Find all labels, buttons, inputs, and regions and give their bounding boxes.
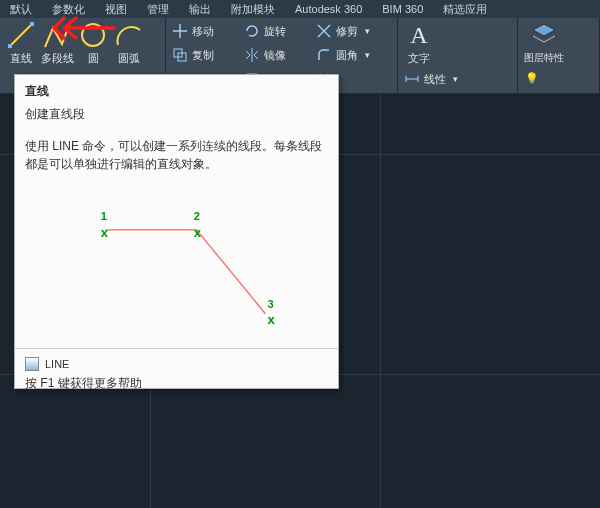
mirror-button[interactable]: 镜像 [242,44,312,66]
linear-dim-icon [404,71,420,87]
rotate-icon [244,23,260,39]
mirror-icon [244,47,260,63]
tooltip-description: 使用 LINE 命令，可以创建一系列连续的线段。每条线段都是可以单独进行编辑的直… [15,123,338,173]
layer-props-button[interactable]: 图层特性 [522,20,566,65]
trim-button[interactable]: 修剪 [314,20,384,42]
svg-text:x: x [267,312,275,327]
layers-icon [529,20,559,50]
tooltip-title: 直线 [25,83,328,100]
svg-point-3 [82,24,104,46]
copy-button[interactable]: 复制 [170,44,240,66]
tooltip-card: 直线 创建直线段 使用 LINE 命令，可以创建一系列连续的线段。每条线段都是可… [14,74,339,389]
svg-line-0 [10,24,32,46]
tab-view[interactable]: 视图 [95,2,137,17]
tooltip-preview: 1 x 2 x 3 x [25,183,328,348]
command-icon [25,357,39,371]
copy-icon [172,47,188,63]
tooltip-subtitle: 创建直线段 [25,106,328,123]
svg-text:x: x [194,225,202,240]
move-icon [172,23,188,39]
tab-manage[interactable]: 管理 [137,2,179,17]
tab-bim360[interactable]: BIM 360 [372,3,433,15]
polyline-button[interactable]: 多段线 [40,20,74,66]
polyline-icon [42,20,72,50]
fillet-icon [316,47,332,63]
ribbon-tabs: 默认 参数化 视图 管理 输出 附加模块 Autodesk 360 BIM 36… [0,0,600,18]
panel-layers: 图层特性 💡 [518,18,600,93]
linear-dim-button[interactable]: 线性 [402,68,480,90]
tab-featured[interactable]: 精选应用 [433,2,497,17]
tab-parametric[interactable]: 参数化 [42,2,95,17]
line-icon [6,20,36,50]
svg-rect-2 [30,22,34,26]
layer-row1[interactable]: 💡 [522,67,552,89]
rotate-button[interactable]: 旋转 [242,20,312,42]
line-label: 直线 [10,51,32,66]
tooltip-command: LINE [25,357,328,371]
arc-icon [114,20,144,50]
line-button[interactable]: 直线 [4,20,38,66]
svg-text:3: 3 [267,298,273,310]
svg-text:x: x [101,225,109,240]
tab-addins[interactable]: 附加模块 [221,2,285,17]
circle-label: 圆 [88,51,99,66]
bulb-icon: 💡 [524,70,540,86]
svg-rect-1 [8,44,12,48]
circle-button[interactable]: 圆 [76,20,110,66]
tooltip-help-hint: 按 F1 键获得更多帮助 [25,375,328,392]
trim-icon [316,23,332,39]
polyline-label: 多段线 [41,51,74,66]
move-button[interactable]: 移动 [170,20,240,42]
svg-text:1: 1 [101,210,107,222]
fillet-button[interactable]: 圆角 [314,44,384,66]
text-icon: A [404,20,434,50]
tab-output[interactable]: 输出 [179,2,221,17]
panel-annotation: A 文字 线性 引线 表格 注释▾ [398,18,518,93]
circle-icon [78,20,108,50]
tab-a360[interactable]: Autodesk 360 [285,3,372,15]
text-button[interactable]: A 文字 [402,20,436,66]
tab-default[interactable]: 默认 [0,2,42,17]
preview-segment-2 [197,230,266,314]
arc-label: 圆弧 [118,51,140,66]
arc-button[interactable]: 圆弧 [112,20,146,66]
svg-text:2: 2 [194,210,200,222]
